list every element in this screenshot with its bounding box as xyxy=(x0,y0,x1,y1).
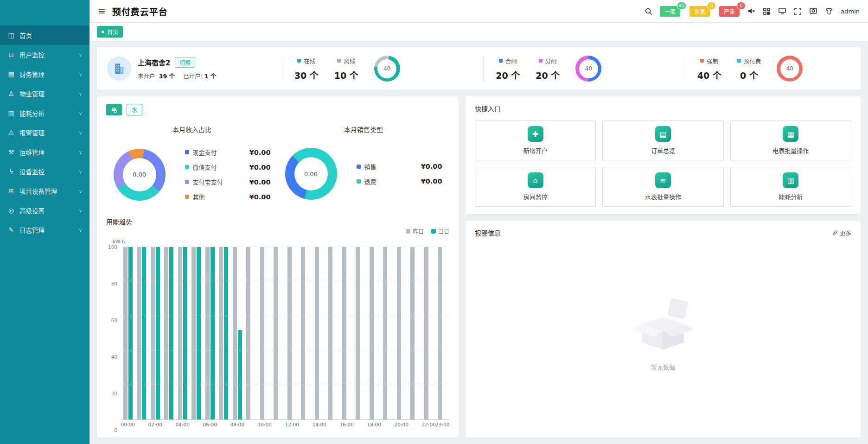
sidebar-item-5[interactable]: ▥能耗分析∨ xyxy=(0,103,89,123)
quick-entry-energy-analysis[interactable]: ▥能耗分析 xyxy=(730,167,851,207)
quick-entry-room-monitor[interactable]: ⌂房间监控 xyxy=(475,167,596,207)
meter-tab-2[interactable]: 水 xyxy=(127,104,142,115)
legend-item: 支付宝支付¥0.00 xyxy=(185,178,271,186)
bar-group-23:00 xyxy=(436,247,450,419)
user-menu[interactable]: admin xyxy=(841,8,860,15)
sidebar-item-8[interactable]: ϟ设备监控∨ xyxy=(0,162,89,181)
sidebar-item-4[interactable]: ♙物业管理∨ xyxy=(0,84,89,103)
sidebar-item-10[interactable]: ◎高级设置∨ xyxy=(0,201,89,220)
meter-type-tabs: 电水 xyxy=(106,104,449,115)
x-tick-label: 10:00 xyxy=(258,422,272,427)
stat-value: 39 个 xyxy=(159,73,175,80)
x-tick-label: 14:00 xyxy=(313,422,326,427)
legend-label: 微信支付 xyxy=(193,163,217,171)
income-chart-title: 本月收入占比 xyxy=(106,125,278,134)
energy-analysis-icon: ▥ xyxy=(7,109,15,117)
theme-shirt-icon[interactable] xyxy=(825,7,833,15)
sidebar-item-6[interactable]: ⚠报警管理∨ xyxy=(0,123,89,142)
sidebar-item-11[interactable]: ✎日志管理∨ xyxy=(0,220,89,240)
alarm-pill-1[interactable]: 一般40 xyxy=(660,6,680,17)
quick-entry-electric-meter-batch[interactable]: ▦电表批量操作 xyxy=(730,121,851,160)
y-tick-label: 100 xyxy=(108,244,117,250)
bar-group-08:00 xyxy=(230,247,244,419)
sidebar-item-2[interactable]: ⊡用户监控∨ xyxy=(0,45,89,64)
trend-legend-item[interactable]: 当日 xyxy=(431,227,449,235)
site-name: 上海宿舍2 xyxy=(138,57,170,67)
quick-entry-water-meter-batch[interactable]: ≋水表批量操作 xyxy=(602,167,723,207)
quick-entry-user-add[interactable]: ✚新增开户 xyxy=(475,121,596,160)
sidebar-item-label: 财务管理 xyxy=(19,70,45,79)
device-monitor-icon: ϟ xyxy=(7,168,15,175)
usage-trend-block: 用能趋势 昨日当日 kW·h 020406080100 00:0002:0004… xyxy=(106,217,449,430)
fullscreen-icon[interactable] xyxy=(794,7,802,15)
metric-bullet-icon xyxy=(737,59,741,63)
legend-item: 销售¥0.00 xyxy=(357,162,442,171)
more-link[interactable]: 更多 xyxy=(831,228,851,237)
y-tick-label: 60 xyxy=(111,317,117,323)
chevron-down-icon: ∨ xyxy=(79,208,82,213)
metric-bullet-icon xyxy=(499,59,503,63)
sidebar-item-1[interactable]: ◫首页 xyxy=(0,25,89,45)
bar-group-20:00 xyxy=(395,247,408,419)
bar-当日 xyxy=(197,247,201,419)
alarm-count-badge: 0 xyxy=(708,2,715,9)
legend-bullet-icon xyxy=(185,195,189,199)
bar-昨日 xyxy=(356,247,360,419)
menu-toggle-icon[interactable]: ≡ xyxy=(98,6,106,17)
main-area: ≡ 预付费云平台 一般40紧急0严重0 xyxy=(89,0,868,444)
bar-group-02:00 xyxy=(148,247,162,419)
y-tick-label: 80 xyxy=(111,281,117,286)
bar-group-01:00 xyxy=(135,247,149,419)
tab-bar: 首页 xyxy=(89,22,868,41)
bar-group-22:00 xyxy=(422,247,436,419)
sidebar-item-label: 能耗分析 xyxy=(19,108,45,118)
bar-昨日 xyxy=(301,247,305,419)
legend-bullet-icon xyxy=(185,180,189,184)
bar-group-07:00 xyxy=(217,247,231,419)
bar-group-13:00 xyxy=(299,247,313,419)
stat-label: 未开户: xyxy=(138,73,157,80)
metric-label: 强制 xyxy=(707,57,718,65)
switch-site-button[interactable]: 切换 xyxy=(175,57,195,68)
scan-monitor-icon[interactable] xyxy=(778,7,786,15)
bar-group-21:00 xyxy=(408,247,422,419)
sidebar-item-label: 物业管理 xyxy=(19,89,45,98)
bar-昨日 xyxy=(219,247,223,419)
screenshot-icon[interactable] xyxy=(809,7,817,15)
overview-group-1: 在线30 个离线10 个40 xyxy=(282,56,412,82)
home-icon: ◫ xyxy=(7,32,15,39)
donut-center-value: 0.00 xyxy=(123,158,156,191)
bar-昨日 xyxy=(274,247,278,419)
overview-donut-chart: 40 xyxy=(374,56,400,82)
trend-legend-item[interactable]: 昨日 xyxy=(406,227,424,235)
quick-entry-order-overview[interactable]: ▤订单总览 xyxy=(602,121,723,160)
water-meter-batch-icon: ≋ xyxy=(655,172,671,188)
site-stat: 未开户: 39 个 xyxy=(138,71,175,80)
site-block: 上海宿舍2 切换 未开户: 39 个已开户: 1 个 xyxy=(107,57,246,81)
empty-state: 暂无数据 xyxy=(475,237,851,430)
bar-当日 xyxy=(156,247,160,419)
bar-group-06:00 xyxy=(203,247,217,419)
bar-昨日 xyxy=(191,247,196,419)
y-tick-label: 0 xyxy=(114,427,117,433)
mute-icon[interactable] xyxy=(747,7,755,15)
sidebar-item-label: 用户监控 xyxy=(19,50,45,59)
sidebar-item-3[interactable]: ▤财务管理∨ xyxy=(0,64,89,84)
qr-code-icon[interactable] xyxy=(763,7,771,15)
site-avatar xyxy=(107,57,131,81)
search-icon[interactable] xyxy=(645,7,652,15)
chevron-down-icon: ∨ xyxy=(79,130,82,135)
sidebar-item-9[interactable]: ⊞项目设备管理∨ xyxy=(0,181,89,201)
alarm-management-icon: ⚠ xyxy=(7,129,15,136)
tab-home[interactable]: 首页 xyxy=(97,26,123,38)
app-title: 预付费云平台 xyxy=(112,5,168,18)
x-tick-label: 00:00 xyxy=(121,422,135,427)
legend-label: 支付宝支付 xyxy=(193,178,223,186)
bar-昨日 xyxy=(438,247,442,419)
alarm-pill-2[interactable]: 紧急0 xyxy=(689,6,710,17)
x-tick-label: 18:00 xyxy=(367,422,381,427)
alarm-pill-3[interactable]: 严重0 xyxy=(719,6,740,17)
sidebar-item-7[interactable]: ⚒运维管理∨ xyxy=(0,142,89,162)
gridline xyxy=(121,350,449,350)
meter-tab-1[interactable]: 电 xyxy=(106,104,122,115)
